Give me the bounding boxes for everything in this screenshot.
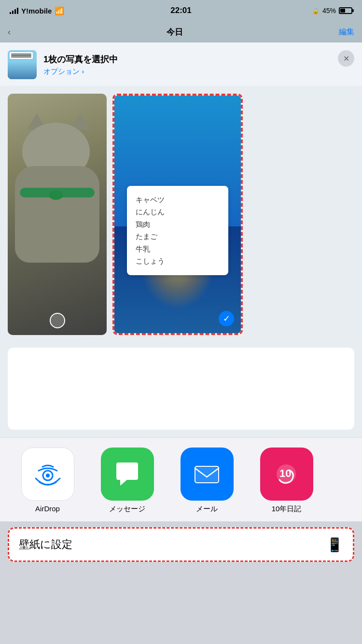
share-actions-area: AirDrop メッセージ メール <box>0 437 362 521</box>
note-line-milk: 牛乳 <box>136 243 220 255</box>
10years-label: 10年日記 <box>272 504 302 514</box>
signal-bar-1 <box>10 12 11 14</box>
share-app-airdrop[interactable]: AirDrop <box>8 448 87 514</box>
share-apps-row: AirDrop メッセージ メール <box>8 448 354 514</box>
signal-bar-3 <box>14 9 16 14</box>
share-close-button[interactable]: ✕ <box>338 50 354 67</box>
share-header: 1枚の写真を選択中 オプション › ✕ <box>0 42 362 86</box>
messages-svg-icon <box>111 459 143 490</box>
status-bar: Y!mobile 📶 22:01 🔒 45% <box>0 0 362 21</box>
messages-label: メッセージ <box>109 504 145 514</box>
share-header-left: 1枚の写真を選択中 オプション › <box>8 50 118 79</box>
empty-box <box>8 348 354 430</box>
wallpaper-phone-icon: 📱 <box>326 537 343 553</box>
airdrop-label: AirDrop <box>35 504 60 513</box>
svg-point-1 <box>46 474 50 477</box>
airdrop-app-icon <box>21 448 74 501</box>
status-left: Y!mobile 📶 <box>10 6 64 15</box>
share-thumbnail <box>8 50 37 79</box>
nav-bar: ‹ 今日 編集 <box>0 21 362 42</box>
photo-item-sea[interactable]: キャベツ にんじん 鶏肉 たまご 牛乳 こしょう ✓ <box>112 94 243 335</box>
note-line-carrot: にんじん <box>136 206 220 218</box>
10years-app-icon: 10 <box>260 448 313 501</box>
share-app-messages[interactable]: メッセージ <box>87 448 167 514</box>
sea-select-circle-checked[interactable]: ✓ <box>219 311 234 326</box>
note-line-3 <box>11 56 31 57</box>
mail-app-icon <box>181 448 234 501</box>
wifi-icon: 📶 <box>55 6 64 15</box>
signal-bar-4 <box>17 8 18 14</box>
status-time: 22:01 <box>170 6 191 15</box>
mail-svg-icon <box>191 459 223 490</box>
share-title-area: 1枚の写真を選択中 オプション › <box>43 54 118 76</box>
share-app-mail[interactable]: メール <box>167 448 247 514</box>
note-line-2 <box>11 55 31 56</box>
back-button[interactable]: ‹ <box>8 27 11 37</box>
wallpaper-action[interactable]: 壁紙に設定 📱 <box>8 527 354 562</box>
sea-background: キャベツ にんじん 鶏肉 たまご 牛乳 こしょう <box>114 96 241 333</box>
note-line-pepper: こしょう <box>136 255 220 267</box>
messages-app-icon <box>101 448 154 501</box>
share-thumbnail-inner <box>8 50 37 79</box>
cat-body <box>15 166 99 263</box>
photo-item-cat[interactable] <box>8 94 107 335</box>
svg-rect-2 <box>195 466 219 483</box>
lock-icon: 🔒 <box>312 7 320 14</box>
share-title: 1枚の写真を選択中 <box>43 54 118 65</box>
note-line-cabbage: キャベツ <box>136 194 220 206</box>
nav-title: 今日 <box>167 27 183 38</box>
cat-photo <box>8 94 107 335</box>
nav-action-button[interactable]: 編集 <box>339 27 354 37</box>
battery-percent: 45% <box>322 7 336 14</box>
note-overlay: キャベツ にんじん 鶏肉 たまご 牛乳 こしょう <box>127 186 228 275</box>
signal-bars <box>10 7 18 14</box>
signal-bar-2 <box>12 11 14 14</box>
note-line-chicken: 鶏肉 <box>136 218 220 231</box>
note-line-1 <box>11 54 31 55</box>
share-app-10years[interactable]: 10 10年日記 <box>247 448 326 514</box>
cat-collar-tag <box>49 190 63 200</box>
status-right: 🔒 45% <box>312 7 352 14</box>
airdrop-svg-icon <box>31 457 65 491</box>
empty-area <box>0 343 362 437</box>
wallpaper-label: 壁紙に設定 <box>19 537 72 552</box>
note-line-egg: たまご <box>136 230 220 243</box>
battery-icon <box>339 7 352 14</box>
share-options-link[interactable]: オプション › <box>43 67 118 76</box>
svg-text:10: 10 <box>279 467 291 479</box>
10years-svg-icon: 10 <box>271 459 302 490</box>
battery-fill <box>340 9 345 13</box>
share-thumbnail-note <box>10 52 33 59</box>
mail-label: メール <box>196 504 218 514</box>
carrier-label: Y!mobile <box>21 7 52 15</box>
photo-picker: キャベツ にんじん 鶏肉 たまご 牛乳 こしょう ✓ <box>0 86 362 343</box>
cat-select-circle[interactable] <box>50 313 65 328</box>
